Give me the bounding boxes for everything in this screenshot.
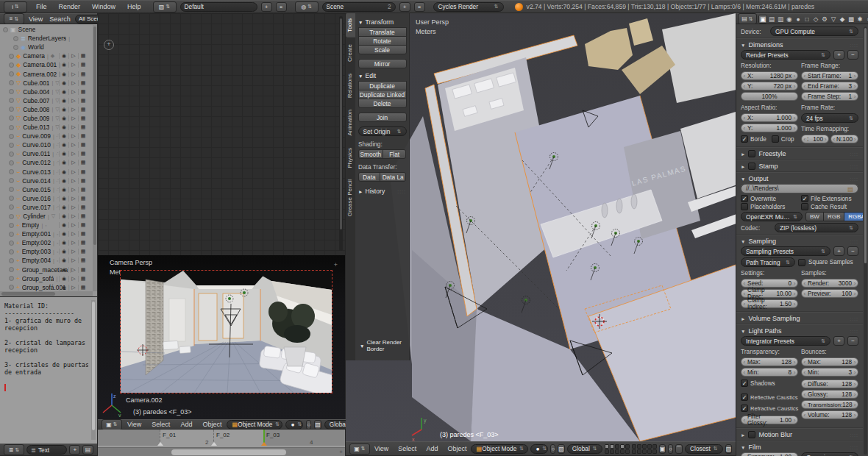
pivot-center-button[interactable]: ○ [306,420,311,430]
render-toggle-icon[interactable]: ▦ [78,151,88,157]
layer-toggle[interactable] [615,444,619,449]
tool-shelf-tab[interactable]: Grease Pencil [346,174,355,221]
film-panel-header[interactable]: ▼Film:::: [741,443,858,451]
outliner-item[interactable]: + Empty.001 | ◦ ◉ ▷ ▦ [0,229,93,238]
editor-type-properties-button[interactable]: ▤⇅ [738,13,757,24]
resolution-y-slider[interactable]: Y:720 px [741,82,798,90]
outliner-item[interactable]: ⌣ Curve.013 | ∴ ◉ ▷ ▦ [0,168,93,177]
eye-icon[interactable]: ◉ [59,160,68,165]
node-vscrollbar[interactable] [339,16,343,251]
outliner-item[interactable]: ⌣ Curve.016 | ∴ ◉ ▷ ▦ [0,194,93,203]
eye-icon[interactable]: ◉ [59,89,68,95]
expand-dot-icon[interactable] [9,267,14,272]
selectable-arrow-icon[interactable]: ▷ [68,267,78,273]
collapse-plus[interactable]: + [334,261,338,268]
layer-toggle[interactable] [647,449,652,454]
screen-layout-icon-button[interactable]: ▧⇅ [153,1,177,13]
transform-panel-header[interactable]: ▼Transform [358,18,406,26]
layer-toggle[interactable] [605,444,609,449]
eye-icon[interactable]: ◉ [59,107,68,113]
outliner-item[interactable]: ⌣ Curve.012 | ∴ ◉ ▷ ▦ [0,158,93,167]
placeholders-checkbox[interactable] [741,203,748,210]
flat-button[interactable]: Flat [383,149,406,159]
editor-type-3dview-button[interactable]: ▣⇅ [349,443,370,455]
expand-dot-icon[interactable] [9,285,14,290]
outliner-item[interactable]: + Group_sofá | ◉ ▷ ▦ [0,274,93,283]
render-toggle-icon[interactable]: ▦ [78,257,88,263]
render-toggle-icon[interactable]: ▦ [78,178,88,184]
frame-rate-select[interactable]: 24 fps⇅ [801,113,858,123]
render-toggle-icon[interactable]: ▦ [78,213,88,219]
expand-dot-icon[interactable] [9,178,14,183]
render-toggle-icon[interactable]: ▦ [78,222,88,228]
expand-dot-icon[interactable] [9,98,14,103]
outliner-item[interactable]: ⌣ Curve.017 | ∴ ◉ ▷ ▦ [0,203,93,212]
selectable-arrow-icon[interactable]: ▷ [68,178,78,184]
border-checkbox[interactable]: ✓ [741,135,748,143]
render-toggle-icon[interactable]: ▦ [78,160,88,165]
add-preset-button[interactable]: + [833,336,844,346]
view-menu-item[interactable]: Select [149,421,172,428]
layer-toggle[interactable] [652,444,657,449]
properties-tab[interactable]: ⚙ [820,15,829,24]
outliner-item[interactable]: ⌣ Curve.010 | ∴ ◉ ▷ ▦ [0,140,93,149]
layer-toggle[interactable] [647,444,652,449]
render-toggle-icon[interactable]: ▦ [78,107,88,113]
outliner-item[interactable]: ▽ Cube.009 | ▽ ◉ ▷ ▦ [0,114,93,123]
resolution-percentage-slider[interactable]: 100% [741,92,798,101]
bounces-max-field[interactable]: Max:128 [801,357,858,366]
rgba-button[interactable]: RGBA [844,212,863,221]
outliner-item[interactable]: ⌣ Curve.015 | ∴ ◉ ▷ ▦ [0,185,93,194]
volume-sampling-panel-header[interactable]: ►Volume Sampling:::: [741,315,858,322]
render-toggle-icon[interactable]: ▦ [78,98,88,104]
expand-dot-icon[interactable] [9,89,14,94]
resolution-x-slider[interactable]: X:1280 px [741,71,798,80]
outliner-item[interactable]: ◆ Camera.001 | ◉ ▷ ▦ [0,60,93,69]
remove-preset-button[interactable]: − [847,50,858,60]
clear-render-border-header[interactable]: ▼Clear Render Border [360,339,408,352]
selectable-arrow-icon[interactable]: ▷ [68,169,78,175]
top-menu-item[interactable]: Help [125,3,143,10]
motion-blur-checkbox[interactable] [748,431,755,438]
selectable-arrow-icon[interactable]: ▷ [68,240,78,246]
selectable-arrow-icon[interactable]: ▷ [68,213,78,219]
expand-dot-icon[interactable] [3,27,8,32]
output-path-field[interactable]: //..\Renders\▤ [741,184,858,193]
timeline-expand-plus[interactable]: + [339,449,343,455]
selectable-arrow-icon[interactable]: ▷ [68,62,78,68]
delete-scene-button[interactable]: × [414,2,425,12]
selectable-arrow-icon[interactable]: ▷ [68,142,78,148]
render-toggle-icon[interactable]: ▦ [78,115,88,121]
expand-dot-icon[interactable] [9,107,14,112]
expand-dot-icon[interactable] [9,115,14,121]
outliner-menu-search[interactable]: Search [47,15,73,23]
expand-dot-icon[interactable] [9,160,14,165]
expand-dot-icon[interactable] [9,223,14,228]
layer-toggle[interactable] [652,449,657,454]
text-body[interactable]: Material ID:-------------------1- grafic… [4,302,88,441]
selectable-arrow-icon[interactable]: ▷ [68,249,78,254]
reflective-caustics-checkbox[interactable]: ✓ [741,393,748,401]
view-menu-item[interactable]: View [372,445,391,452]
selectable-arrow-icon[interactable]: ▷ [68,196,78,202]
render-toggle-icon[interactable]: ▦ [78,71,88,77]
outliner-item[interactable]: ⌣ Curve.014 | ∴ ◉ ▷ ▦ [0,177,93,185]
file-extensions-checkbox[interactable]: ✓ [801,195,808,202]
eye-icon[interactable]: ◉ [59,249,68,254]
outliner-item[interactable]: + Empty.002 | ◦ ◉ ▷ ▦ [0,238,93,247]
eye-icon[interactable]: ◉ [59,240,68,246]
timeline-scroll-thumb[interactable] [171,449,286,455]
properties-tab[interactable]: ◆ [838,15,847,24]
render-toggle-icon[interactable]: ▦ [78,62,88,68]
properties-tab[interactable]: ● [794,15,803,24]
shadows-checkbox[interactable]: ✓ [741,380,748,387]
layer-toggle[interactable] [615,449,619,454]
clamp-indirect-field[interactable]: Clamp Indirec:1.50 [741,299,798,308]
outliner-item[interactable]: ▽ Cube.007 | ▽ ◉ ▷ ▦ [0,96,93,105]
time-remap-old-field[interactable]: :100 [801,135,829,143]
selectable-arrow-icon[interactable]: ▷ [68,151,78,157]
crop-checkbox[interactable] [772,135,779,143]
eye-icon[interactable]: ◉ [59,151,68,157]
light-paths-panel-header[interactable]: ▼Light Paths:::: [741,327,858,335]
layer-toggle[interactable] [642,449,647,454]
